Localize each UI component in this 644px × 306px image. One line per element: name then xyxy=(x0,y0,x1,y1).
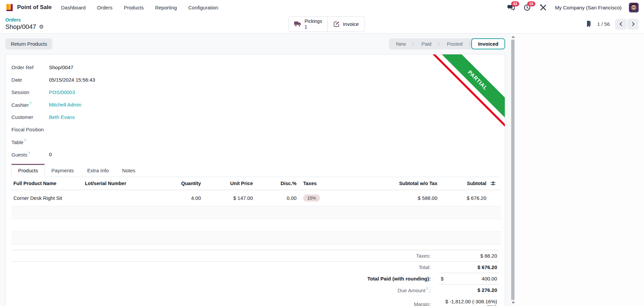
col-full-product-name[interactable]: Full Product Name xyxy=(11,177,83,190)
partial-ribbon-text: PARTIAL xyxy=(435,54,505,123)
unit-price-cell[interactable]: $ 147.00 xyxy=(203,190,255,206)
systray: 43 15 My Company (San Francisco) xyxy=(507,3,639,12)
col-subtotal-wo-tax[interactable]: Subtotal w/o Tax xyxy=(366,177,439,190)
tab-notes[interactable]: Notes xyxy=(115,164,142,177)
menu-reporting[interactable]: Reporting xyxy=(155,5,177,10)
date-value[interactable]: 05/15/2024 15:56:43 xyxy=(49,77,95,83)
invoice-button[interactable]: Invoice xyxy=(328,16,365,32)
tab-payments[interactable]: Payments xyxy=(45,164,80,177)
help-icon[interactable]: ? xyxy=(426,287,428,291)
company-switcher[interactable]: My Company (San Francisco) xyxy=(555,5,622,10)
empty-row xyxy=(11,206,501,219)
subtotal-cell[interactable]: $ 676.20 xyxy=(439,190,488,206)
pager-next-button[interactable] xyxy=(627,19,639,30)
pager-previous-button[interactable] xyxy=(615,19,627,30)
taxes-value: $ 88.20 xyxy=(439,250,499,262)
field-label: Fiscal Position xyxy=(11,127,49,132)
optional-columns-icon[interactable] xyxy=(490,181,499,186)
subtotal-wo-tax-cell[interactable]: $ 588.00 xyxy=(366,190,439,206)
total-row: Total: $ 676.20 xyxy=(11,262,499,273)
scrollbar-thumb[interactable] xyxy=(511,40,515,300)
col-taxes[interactable]: Taxes xyxy=(299,177,366,190)
pager-zone: 1 / 56 xyxy=(586,19,639,30)
messages-icon[interactable]: 43 xyxy=(507,4,516,11)
col-lot-serial[interactable]: Lot/serial Number xyxy=(83,177,160,190)
field-cashier: Cashier? Mitchell Admin xyxy=(11,100,226,109)
field-fiscal-position: Fiscal Position xyxy=(11,125,226,134)
due-amount-value: $ 276.20 xyxy=(439,285,499,296)
breadcrumb-orders-link[interactable]: Orders xyxy=(5,17,44,23)
partial-ribbon-redline xyxy=(430,54,505,130)
menu-orders[interactable]: Orders xyxy=(97,5,112,10)
menu-dashboard[interactable]: Dashboard xyxy=(61,5,86,10)
help-icon[interactable]: ? xyxy=(24,139,26,143)
bookmark-icon[interactable] xyxy=(586,21,592,27)
field-order-ref: Order Ref Shop/0047 xyxy=(11,63,226,72)
field-label: Date xyxy=(11,77,49,83)
currency-symbol: $ xyxy=(441,276,443,281)
product-name-cell[interactable]: Corner Desk Right Sit xyxy=(11,190,83,206)
apps-menu-icon[interactable] xyxy=(5,3,14,12)
margin-value: $ -1,812.00 (-308.16%) TBD xyxy=(439,296,499,306)
stage-posted[interactable]: Posted xyxy=(440,38,469,49)
scroll-down-arrow-icon[interactable] xyxy=(512,302,515,304)
products-table-header: Full Product Name Lot/serial Number Quan… xyxy=(11,177,501,190)
vertical-scrollbar[interactable] xyxy=(511,34,515,306)
total-label: Total: xyxy=(11,262,439,273)
return-products-button[interactable]: Return Products xyxy=(5,38,52,49)
tax-tag[interactable]: 15% xyxy=(303,194,320,202)
activities-clock-icon[interactable]: 15 xyxy=(523,4,532,11)
total-paid-row: Total Paid (with rounding): $ 400.00 xyxy=(11,273,499,285)
stage-invoiced[interactable]: Invoiced xyxy=(471,38,505,49)
field-label: Order Ref xyxy=(11,64,49,70)
breadcrumb: Orders Shop/0047 ⚙ xyxy=(5,17,44,31)
menu-products[interactable]: Products xyxy=(124,5,144,10)
due-amount-row: Due Amount? : $ 276.20 xyxy=(11,285,499,296)
tab-products[interactable]: Products xyxy=(11,164,45,177)
margin-row: Margin: $ -1,812.00 (-308.16%) TBD xyxy=(11,296,499,306)
action-gear-icon[interactable]: ⚙ xyxy=(39,24,44,30)
field-label: Session xyxy=(11,89,49,95)
scroll-up-arrow-icon[interactable] xyxy=(512,36,515,38)
stat-buttons: Pickings 1 Invoice xyxy=(288,16,365,32)
col-quantity[interactable]: Quantity xyxy=(160,177,203,190)
order-ref-value[interactable]: Shop/0047 xyxy=(49,64,73,70)
messages-count-badge: 43 xyxy=(511,1,519,6)
help-icon[interactable]: ? xyxy=(28,151,30,155)
stage-paid[interactable]: Paid xyxy=(415,38,438,49)
field-label: Cashier? xyxy=(11,102,49,108)
session-link[interactable]: POS/00003 xyxy=(49,89,75,95)
cashier-link[interactable]: Mitchell Admin xyxy=(49,102,82,107)
customer-link[interactable]: Beth Evans xyxy=(49,114,75,120)
stage-widget: New Paid Posted Invoiced xyxy=(389,38,505,49)
form-status-bar: Return Products New Paid Posted Invoiced xyxy=(0,34,511,49)
product-row[interactable]: Corner Desk Right Sit 4.00 $ 147.00 0.00… xyxy=(11,190,501,206)
quantity-cell[interactable]: 4.00 xyxy=(160,190,203,206)
col-unit-price[interactable]: Unit Price xyxy=(203,177,255,190)
menu-configuration[interactable]: Configuration xyxy=(188,5,218,10)
user-avatar[interactable] xyxy=(629,3,639,12)
guests-value[interactable]: 0 xyxy=(49,151,52,157)
edit-invoice-icon xyxy=(333,21,340,28)
col-subtotal[interactable]: Subtotal xyxy=(439,177,488,190)
stage-new[interactable]: New xyxy=(389,38,413,49)
pickings-count: 1 xyxy=(305,24,322,30)
app-name[interactable]: Point of Sale xyxy=(17,4,52,11)
lot-serial-cell[interactable] xyxy=(83,190,160,206)
tools-icon[interactable] xyxy=(539,4,548,11)
total-paid-field[interactable]: $ 400.00 xyxy=(439,273,499,285)
field-session: Session POS/00003 xyxy=(11,88,226,96)
products-table: Full Product Name Lot/serial Number Quan… xyxy=(11,177,501,245)
total-value: $ 676.20 xyxy=(439,262,499,273)
help-icon[interactable]: ? xyxy=(30,102,32,105)
pickings-button[interactable]: Pickings 1 xyxy=(288,16,328,32)
total-paid-value[interactable]: 400.00 xyxy=(482,276,497,281)
col-disc[interactable]: Disc.% xyxy=(255,177,299,190)
pager-value[interactable]: 1 / 56 xyxy=(597,21,610,27)
due-amount-label: Due Amount? : xyxy=(11,285,439,296)
tab-extra-info[interactable]: Extra Info xyxy=(80,164,115,177)
disc-cell[interactable]: 0.00 xyxy=(255,190,299,206)
field-table: Table? xyxy=(11,138,226,146)
truck-icon xyxy=(294,21,302,27)
invoice-label: Invoice xyxy=(343,21,359,27)
